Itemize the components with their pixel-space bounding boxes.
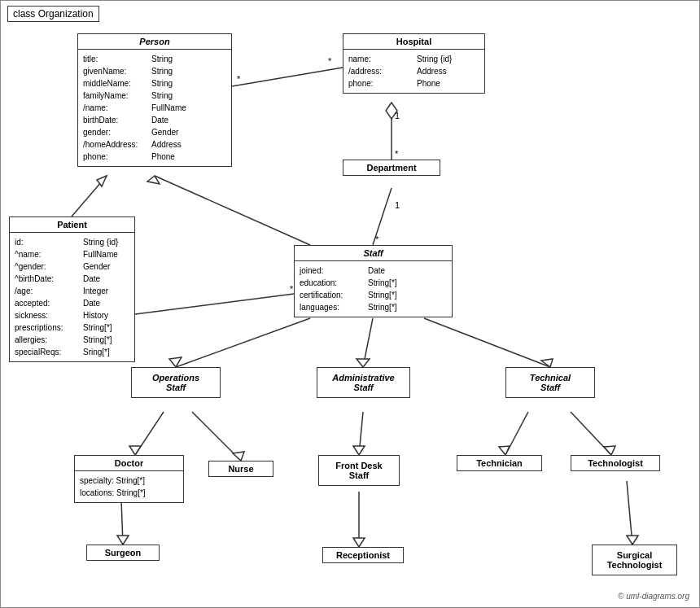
- doctor-attrs: specialty: String[*] locations: String[*…: [75, 471, 183, 502]
- svg-text:*: *: [375, 234, 379, 244]
- svg-line-27: [359, 412, 363, 455]
- diagram-container: class Organization * * 1 * 1 * * *: [0, 0, 700, 608]
- svg-line-7: [373, 188, 392, 245]
- svg-text:*: *: [237, 74, 241, 84]
- svg-marker-32: [604, 446, 615, 455]
- svg-text:1: 1: [395, 111, 400, 120]
- svg-marker-28: [353, 446, 365, 455]
- operations-staff-title: OperationsStaff: [132, 368, 220, 397]
- nurse-title: Nurse: [209, 461, 273, 476]
- svg-marker-18: [169, 357, 182, 367]
- svg-text:*: *: [395, 149, 399, 159]
- hospital-title: Hospital: [343, 34, 484, 50]
- copyright: © uml-diagrams.org: [618, 592, 689, 601]
- svg-line-10: [72, 176, 107, 217]
- svg-marker-24: [129, 446, 141, 455]
- svg-line-31: [571, 412, 611, 455]
- svg-marker-13: [147, 176, 160, 184]
- class-technician: Technician: [457, 455, 542, 471]
- svg-marker-20: [357, 359, 370, 367]
- svg-marker-34: [117, 536, 129, 545]
- patient-title: Patient: [10, 217, 134, 233]
- technologist-title: Technologist: [571, 456, 659, 470]
- svg-line-21: [424, 318, 550, 367]
- hospital-attrs: name:String {id} /address:Address phone:…: [343, 50, 484, 93]
- svg-line-33: [121, 500, 123, 545]
- surgical-technologist-title: SurgicalTechnologist: [593, 545, 676, 575]
- class-operations-staff: OperationsStaff: [131, 367, 221, 398]
- department-title: Department: [343, 160, 440, 175]
- svg-text:1: 1: [395, 200, 400, 210]
- class-person: Person title:String givenName:String mid…: [77, 33, 232, 167]
- class-patient: Patient id:String {id} ^name:FullName ^g…: [9, 217, 135, 362]
- svg-line-12: [155, 176, 310, 245]
- class-department: Department: [343, 160, 440, 176]
- technical-staff-title: TechnicalStaff: [506, 368, 594, 397]
- svg-line-29: [505, 412, 528, 455]
- svg-line-0: [232, 68, 343, 86]
- svg-line-23: [135, 412, 164, 455]
- svg-line-17: [176, 318, 310, 367]
- svg-line-37: [627, 481, 632, 545]
- svg-marker-4: [386, 103, 397, 119]
- diagram-label: class Organization: [7, 6, 99, 22]
- patient-attrs: id:String {id} ^name:FullName ^gender:Ge…: [10, 233, 134, 361]
- class-receptionist: Receptionist: [322, 547, 404, 563]
- svg-marker-11: [97, 176, 107, 186]
- class-technical-staff: TechnicalStaff: [505, 367, 595, 398]
- svg-line-14: [135, 294, 294, 314]
- class-front-desk-staff: Front DeskStaff: [318, 455, 400, 486]
- person-title: Person: [78, 34, 231, 50]
- class-hospital: Hospital name:String {id} /address:Addre…: [343, 33, 485, 94]
- class-administrative-staff: AdministrativeStaff: [317, 367, 410, 398]
- technician-title: Technician: [457, 456, 541, 470]
- surgeon-title: Surgeon: [87, 545, 159, 560]
- class-staff: Staff joined:Date education:String[*] ce…: [294, 245, 453, 317]
- staff-attrs: joined:Date education:String[*] certific…: [295, 261, 452, 317]
- svg-marker-36: [353, 538, 365, 547]
- class-technologist: Technologist: [571, 455, 660, 471]
- svg-line-19: [363, 318, 373, 367]
- front-desk-staff-title: Front DeskStaff: [319, 456, 399, 485]
- receptionist-title: Receptionist: [323, 548, 403, 562]
- class-doctor: Doctor specialty: String[*] locations: S…: [74, 455, 184, 503]
- class-nurse: Nurse: [208, 461, 273, 477]
- class-surgical-technologist: SurgicalTechnologist: [592, 545, 677, 575]
- class-surgeon: Surgeon: [86, 545, 160, 561]
- svg-marker-38: [627, 536, 638, 545]
- administrative-staff-title: AdministrativeStaff: [317, 368, 409, 397]
- svg-marker-30: [499, 446, 510, 455]
- person-attrs: title:String givenName:String middleName…: [78, 50, 231, 166]
- svg-text:*: *: [328, 56, 332, 66]
- doctor-title: Doctor: [75, 456, 183, 471]
- staff-title: Staff: [295, 246, 452, 261]
- svg-marker-26: [233, 452, 244, 461]
- svg-marker-22: [541, 359, 553, 367]
- svg-line-25: [192, 412, 241, 461]
